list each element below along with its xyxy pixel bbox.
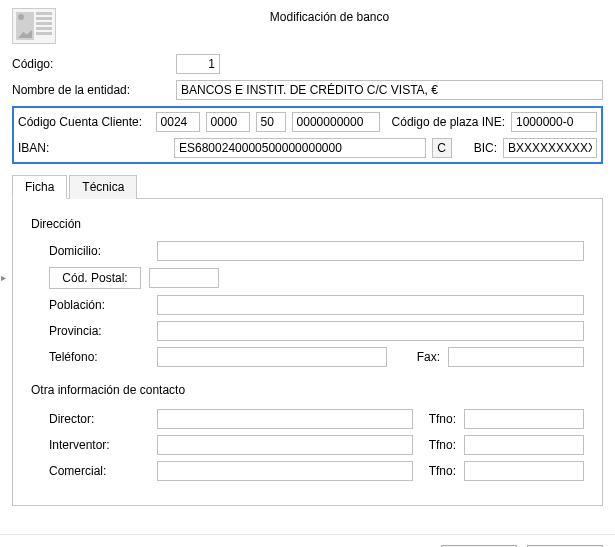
interventor-input[interactable] — [157, 435, 413, 455]
comercial-label: Comercial: — [49, 464, 149, 478]
iban-input[interactable] — [174, 138, 426, 158]
comercial-input[interactable] — [157, 461, 413, 481]
interventor-tfno-input[interactable] — [464, 435, 584, 455]
account-frame: Código Cuenta Cliente: Código de plaza I… — [12, 106, 603, 164]
ccc-label: Código Cuenta Cliente: — [18, 115, 150, 129]
director-label: Director: — [49, 412, 149, 426]
otra-section-title: Otra información de contacto — [31, 383, 584, 397]
domicilio-label: Domicilio: — [49, 244, 149, 258]
cod-postal-input[interactable] — [149, 268, 219, 288]
ccc-control-input[interactable] — [256, 112, 286, 132]
tab-body-ficha: Dirección Domicilio: Cód. Postal: Poblac… — [12, 199, 603, 506]
director-tfno-input[interactable] — [464, 409, 584, 429]
comercial-tfno-label: Tfno: — [429, 464, 456, 478]
poblacion-label: Población: — [49, 298, 149, 312]
thumbnail-icon — [12, 8, 56, 44]
bic-input[interactable] — [503, 138, 597, 158]
bic-label: BIC: — [474, 141, 497, 155]
fax-label: Fax: — [417, 350, 440, 364]
comercial-tfno-input[interactable] — [464, 461, 584, 481]
interventor-tfno-label: Tfno: — [429, 438, 456, 452]
calculate-button[interactable]: C — [432, 138, 452, 158]
tab-tecnica[interactable]: Técnica — [69, 175, 137, 199]
entidad-label: Nombre de la entidad: — [12, 83, 170, 97]
direccion-section-title: Dirección — [31, 217, 584, 231]
telefono-label: Teléfono: — [49, 350, 149, 364]
iban-label: IBAN: — [18, 141, 168, 155]
director-input[interactable] — [157, 409, 413, 429]
fax-input[interactable] — [448, 347, 584, 367]
cod-postal-button[interactable]: Cód. Postal: — [49, 267, 141, 289]
domicilio-input[interactable] — [157, 241, 584, 261]
poblacion-input[interactable] — [157, 295, 584, 315]
page-title: Modificación de banco — [56, 8, 603, 24]
codigo-input[interactable] — [176, 54, 220, 74]
ccc-office-input[interactable] — [206, 112, 250, 132]
tab-strip: Ficha Técnica — [12, 174, 603, 199]
ccc-account-input[interactable] — [292, 112, 380, 132]
director-tfno-label: Tfno: — [429, 412, 456, 426]
codigo-label: Código: — [12, 57, 170, 71]
provincia-label: Provincia: — [49, 324, 149, 338]
provincia-input[interactable] — [157, 321, 584, 341]
entidad-input[interactable] — [176, 80, 603, 100]
expand-chevron-icon[interactable]: ▸ — [0, 272, 8, 283]
telefono-input[interactable] — [157, 347, 387, 367]
dialog-footer: Aceptar Cancelar — [0, 534, 615, 547]
ine-label: Código de plaza INE: — [392, 115, 505, 129]
ine-input[interactable] — [511, 112, 597, 132]
ccc-entity-input[interactable] — [156, 112, 200, 132]
tab-ficha[interactable]: Ficha — [12, 175, 67, 199]
interventor-label: Interventor: — [49, 438, 149, 452]
